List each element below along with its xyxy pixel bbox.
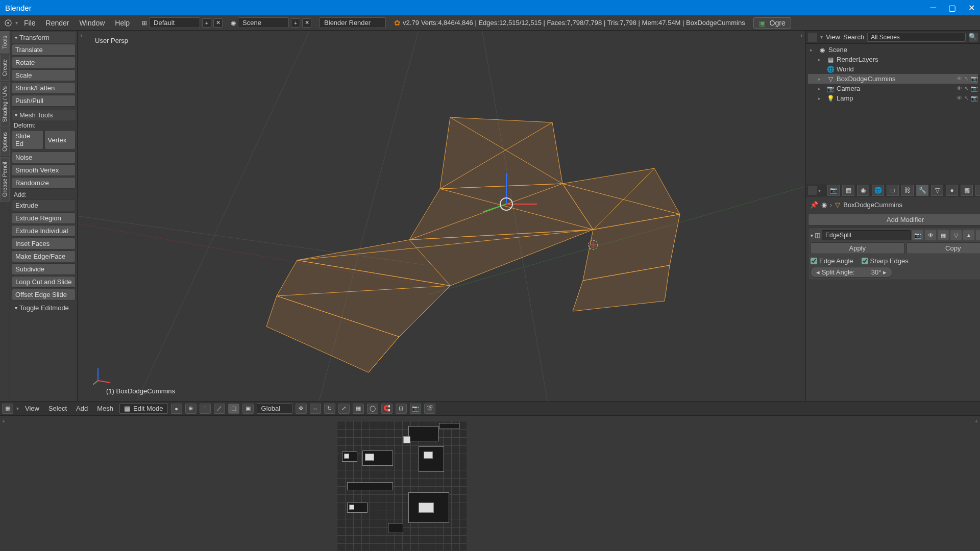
region-toggle-icon[interactable]: +: [2, 418, 5, 424]
close-button[interactable]: ✕: [968, 3, 975, 13]
tab-object[interactable]: □: [887, 185, 899, 196]
randomize-button[interactable]: Randomize: [12, 177, 76, 189]
menu-render[interactable]: Render: [42, 18, 74, 28]
3d-viewport[interactable]: User Persp (1) BoxDodgeCummins + +: [78, 31, 805, 401]
tab-tools[interactable]: Tools: [0, 31, 10, 54]
add-modifier-button[interactable]: Add Modifier: [808, 214, 980, 226]
region-toggle-icon[interactable]: +: [975, 418, 978, 424]
collapse-icon[interactable]: ▾: [811, 233, 813, 238]
shading-selector[interactable]: ●: [171, 404, 182, 414]
panel-transform[interactable]: Transform: [12, 32, 76, 43]
tab-render[interactable]: 📷: [827, 185, 840, 196]
manipulator-toggle-icon[interactable]: ✥: [296, 404, 307, 414]
copy-button[interactable]: Copy: [906, 242, 981, 254]
translate-button[interactable]: Translate: [12, 44, 76, 56]
move-up-icon[interactable]: ▲: [963, 230, 974, 240]
edge-select-icon[interactable]: ／: [214, 404, 225, 414]
tree-row-boxdodgecummins[interactable]: ▸▽BoxDodgeCummins👁↖📷: [808, 74, 978, 84]
rotate-manip-icon[interactable]: ↻: [324, 404, 335, 414]
tab-create[interactable]: Create: [0, 55, 10, 81]
tab-options[interactable]: Options: [0, 128, 10, 156]
face-select-icon[interactable]: ▢: [228, 404, 239, 414]
editor-type-icon[interactable]: ▦: [2, 404, 13, 414]
properties-editor-icon[interactable]: [808, 186, 817, 195]
proportional-edit-icon[interactable]: ◯: [367, 404, 378, 414]
menu-add[interactable]: Add: [73, 405, 91, 412]
modifier-name-field[interactable]: EdgeSplit: [822, 230, 911, 240]
layout-remove-button[interactable]: ✕: [213, 18, 223, 28]
tab-texture[interactable]: ▩: [961, 185, 973, 196]
scene-remove-button[interactable]: ✕: [302, 18, 311, 28]
tree-row-renderlayers[interactable]: ▸▦RenderLayers: [808, 55, 978, 64]
smooth-vertex-button[interactable]: Smooth Vertex: [12, 164, 76, 176]
split-angle-field[interactable]: ◂ Split Angle: 30° ▸: [811, 267, 892, 278]
eye-icon[interactable]: 👁: [957, 85, 962, 92]
menu-toggle-icon[interactable]: ▾: [15, 20, 18, 26]
maximize-button[interactable]: ▢: [948, 3, 956, 13]
orientation-selector[interactable]: Global: [257, 403, 292, 414]
tree-row-world[interactable]: 🌐World: [808, 64, 978, 74]
shrink-fatten-button[interactable]: Shrink/Fatten: [12, 82, 76, 94]
slide-vertex-button[interactable]: Vertex: [44, 130, 76, 149]
panel-history[interactable]: Toggle Editmode: [12, 303, 76, 313]
render-icon[interactable]: 📷: [971, 76, 978, 82]
extrude-dropdown[interactable]: Extrude: [12, 199, 76, 211]
tab-modifiers[interactable]: 🔧: [916, 185, 928, 196]
tab-grease-pencil[interactable]: Grease Pencil: [0, 157, 10, 202]
uv-editor[interactable]: + + 🖼 ▾ View Select Image UVs 🖼 + New 📁 …: [0, 415, 980, 551]
scale-button[interactable]: Scale: [12, 69, 76, 81]
region-toggle-icon[interactable]: +: [80, 33, 83, 39]
menu-toggle-icon[interactable]: ▾: [16, 406, 19, 411]
render-icon[interactable]: 📷: [971, 95, 978, 102]
sharp-edges-checkbox[interactable]: Sharp Edges: [862, 257, 909, 265]
extrude-individual-button[interactable]: Extrude Individual: [12, 225, 76, 237]
scene-selector[interactable]: Scene: [238, 17, 289, 28]
ogre-export-button[interactable]: ▣ Ogre: [753, 17, 791, 29]
minimize-button[interactable]: ─: [930, 3, 936, 13]
scene-icon[interactable]: ◉: [231, 19, 236, 27]
limit-selection-icon[interactable]: ▣: [242, 404, 254, 414]
outliner-view-menu[interactable]: View: [826, 33, 840, 41]
pivot-selector[interactable]: ⊕: [185, 404, 197, 414]
tree-row-lamp[interactable]: ▸💡Lamp👁↖📷: [808, 93, 978, 103]
menu-toggle-icon[interactable]: ▾: [818, 188, 821, 193]
tab-data[interactable]: ▽: [931, 185, 943, 196]
menu-view[interactable]: View: [22, 405, 42, 412]
apply-button[interactable]: Apply: [811, 242, 904, 254]
make-edge-face-button[interactable]: Make Edge/Face: [12, 251, 76, 262]
menu-window[interactable]: Window: [75, 18, 109, 28]
panel-mesh-tools[interactable]: Mesh Tools: [12, 110, 76, 120]
mode-selector[interactable]: ▦ Edit Mode: [119, 403, 168, 414]
render-preview-icon[interactable]: 📷: [410, 404, 421, 414]
tree-row-scene[interactable]: ▸◉Scene: [808, 45, 978, 55]
snap-icon[interactable]: 🧲: [381, 404, 393, 414]
extrude-region-button[interactable]: Extrude Region: [12, 212, 76, 224]
region-toggle-icon[interactable]: +: [800, 33, 803, 39]
translate-manip-icon[interactable]: ↔: [310, 404, 321, 414]
render-visibility-icon[interactable]: 📷: [912, 230, 923, 240]
pin-icon[interactable]: 📌: [810, 201, 818, 209]
editor-type-icon[interactable]: [3, 18, 13, 28]
snap-element-icon[interactable]: ⊡: [396, 404, 407, 414]
push-pull-button[interactable]: Push/Pull: [12, 95, 76, 107]
tab-material[interactable]: ●: [946, 185, 958, 196]
menu-select[interactable]: Select: [45, 405, 70, 412]
subdivide-button[interactable]: Subdivide: [12, 263, 76, 275]
cage-icon[interactable]: ▽: [950, 230, 962, 240]
eye-icon[interactable]: 👁: [957, 95, 962, 102]
tab-constraints[interactable]: ⛓: [901, 185, 914, 196]
menu-toggle-icon[interactable]: ▾: [820, 34, 823, 40]
rotate-button[interactable]: Rotate: [12, 57, 76, 68]
offset-edge-slide-button[interactable]: Offset Edge Slide: [12, 289, 76, 300]
noise-button[interactable]: Noise: [12, 152, 76, 163]
loop-cut-button[interactable]: Loop Cut and Slide: [12, 276, 76, 288]
outliner-search-menu[interactable]: Search: [843, 33, 864, 41]
search-icon[interactable]: 🔍: [969, 33, 978, 42]
layout-add-button[interactable]: +: [202, 18, 211, 28]
tab-shading-uvs[interactable]: Shading / UVs: [0, 82, 10, 127]
tab-render-layers[interactable]: ▦: [842, 185, 854, 196]
edge-angle-checkbox[interactable]: Edge Angle: [811, 257, 853, 265]
eye-icon[interactable]: 👁: [957, 76, 962, 82]
menu-help[interactable]: Help: [111, 18, 134, 28]
cursor-icon[interactable]: ↖: [964, 85, 969, 92]
